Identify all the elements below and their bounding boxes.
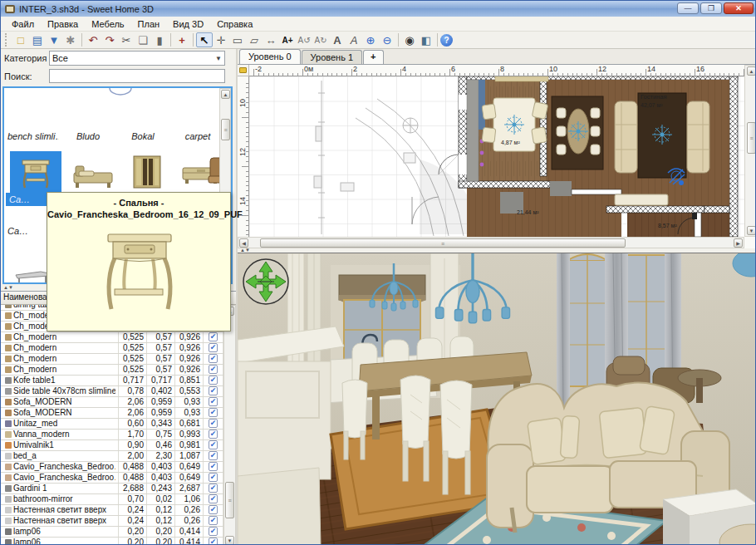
visible-checkbox[interactable]: ✔: [209, 419, 218, 428]
table-row[interactable]: Side table 40x78cm slimline0,780,4020,55…: [1, 386, 223, 397]
table-row[interactable]: bed_a2,002,301,087✔: [1, 451, 223, 462]
scroll-up-arrow[interactable]: ▲: [747, 66, 756, 76]
visible-checkbox[interactable]: ✔: [209, 430, 218, 439]
visible-checkbox[interactable]: ✔: [209, 451, 218, 460]
copy-button[interactable]: ❏: [135, 32, 151, 47]
search-input[interactable]: [49, 69, 225, 83]
scroll-down-arrow[interactable]: ▼: [225, 536, 234, 545]
visible-checkbox[interactable]: ✔: [209, 473, 218, 482]
scroll-left-arrow[interactable]: ◀: [239, 238, 248, 248]
table-row[interactable]: Ch_modern0,5250,570,926✔: [1, 343, 223, 354]
catalog-item-label[interactable]: bench slimli…: [7, 131, 59, 141]
create-rooms-button[interactable]: ▱: [246, 32, 263, 47]
visible-checkbox[interactable]: ✔: [209, 516, 218, 525]
visible-checkbox[interactable]: ✔: [209, 484, 218, 493]
table-row[interactable]: lamp060,200,200,414✔: [1, 527, 223, 538]
visible-checkbox[interactable]: ✔: [209, 505, 218, 514]
zoom-out-button[interactable]: ⊖: [379, 32, 395, 47]
new-home-button[interactable]: □: [12, 32, 29, 47]
bold-button[interactable]: A: [329, 32, 346, 47]
table-row[interactable]: Sofa_MODERN2,060,9590,93✔: [1, 397, 223, 408]
table-row[interactable]: Cavio_Francheska_Bedroo…0,4880,4030,649✔: [1, 462, 223, 473]
table-row[interactable]: Настенная светит вверх0,240,120,26✔: [1, 505, 223, 516]
italic-button[interactable]: A: [346, 32, 362, 47]
scroll-right-arrow[interactable]: ▶: [734, 238, 743, 248]
table-row[interactable]: Vanna_modern1,700,750,993✔: [1, 430, 223, 440]
zoom-in-button[interactable]: ⊕: [362, 32, 379, 47]
open-button[interactable]: ▤: [29, 32, 46, 47]
menu-item-5[interactable]: Справка: [211, 17, 258, 31]
kitchen-counter[interactable]: [467, 80, 479, 181]
save-button[interactable]: ▼: [46, 32, 62, 47]
category-combobox[interactable]: Все ▼: [49, 51, 225, 66]
visible-checkbox[interactable]: ✔: [209, 376, 218, 385]
close-button[interactable]: ✕: [724, 2, 754, 14]
menu-item-0[interactable]: Файл: [6, 17, 40, 31]
table-row[interactable]: Настенная светит вверх0,240,120,26✔: [1, 516, 223, 527]
scroll-down-arrow[interactable]: ▼: [747, 226, 756, 235]
wardrobe-thumb[interactable]: [129, 155, 165, 191]
table-row[interactable]: Gardini 12,6880,2432,687✔: [1, 484, 223, 494]
catalog-item-label-partial[interactable]: Ca…: [7, 226, 28, 236]
table-row[interactable]: lamp060,200,200,414✔: [1, 538, 223, 545]
visible-checkbox[interactable]: ✔: [209, 527, 218, 536]
menu-item-1[interactable]: Правка: [42, 17, 84, 31]
maximize-button[interactable]: ❐: [700, 2, 722, 14]
minimize-button[interactable]: —: [677, 2, 699, 14]
create-dimensions-button[interactable]: ↔: [263, 32, 279, 47]
plan-vscroll-thumb[interactable]: ≡: [747, 122, 756, 154]
scroll-up-arrow[interactable]: ▲: [221, 90, 230, 99]
visible-checkbox[interactable]: ✔: [209, 538, 218, 545]
rotate-text-cw-button[interactable]: A↻: [312, 32, 329, 47]
add-furniture-button[interactable]: +: [174, 32, 190, 47]
preferences-button[interactable]: ✱: [62, 32, 79, 47]
video-button[interactable]: ◧: [418, 32, 434, 47]
catalog-scroll-thumb[interactable]: ≡: [221, 119, 230, 140]
table-row[interactable]: Umivalnik10,900,460,981✔: [1, 440, 223, 451]
plan-vertical-scrollbar[interactable]: ▲ ≡ ▼: [744, 65, 756, 237]
view-3d[interactable]: [238, 253, 756, 545]
plan-canvas[interactable]: 4,87 м² Гостиная 42,07 м² 21,44 м² 8,57 …: [249, 76, 744, 237]
cut-button[interactable]: ✂: [118, 32, 135, 47]
room-hall[interactable]: [467, 188, 621, 237]
toolbar-grip[interactable]: [5, 33, 10, 47]
catalog-item-label[interactable]: Bokal: [117, 131, 169, 141]
bed-thumb[interactable]: [72, 161, 115, 189]
table-row[interactable]: Kofe table10,7170,7170,851✔: [1, 376, 223, 386]
visible-checkbox[interactable]: ✔: [209, 386, 218, 395]
menu-item-3[interactable]: План: [132, 17, 166, 31]
furniture-scroll-thumb[interactable]: ≡: [225, 482, 234, 518]
title-bar[interactable]: INTER_3.sh3d - Sweet Home 3D — ❐ ✕: [1, 1, 756, 17]
visible-checkbox[interactable]: ✔: [209, 343, 218, 352]
table-row[interactable]: bathroom-mirror0,700,021,06✔: [1, 494, 223, 505]
help-button[interactable]: ?: [440, 34, 453, 47]
table-row[interactable]: Unitaz_med0,600,3430,681✔: [1, 419, 223, 430]
catalog-item-label[interactable]: Bludo: [62, 131, 114, 141]
create-walls-button[interactable]: ▭: [229, 32, 246, 47]
panel-splitter[interactable]: [236, 49, 238, 545]
rotate-text-ccw-button[interactable]: A↺: [296, 32, 312, 47]
visible-checkbox[interactable]: ✔: [209, 408, 218, 417]
visible-checkbox[interactable]: ✔: [209, 397, 218, 406]
navigation-compass[interactable]: [243, 259, 288, 304]
plan-hscroll-thumb[interactable]: ≡: [260, 238, 626, 248]
room-small[interactable]: [627, 213, 729, 237]
visible-checkbox[interactable]: ✔: [209, 440, 218, 449]
furniture-list-scrollbar[interactable]: ▲ ≡ ▼: [223, 305, 236, 545]
paste-button[interactable]: ▮: [151, 32, 168, 47]
catalog-item-label-partial[interactable]: Ca…: [9, 194, 30, 204]
visible-checkbox[interactable]: ✔: [209, 354, 218, 363]
visible-checkbox[interactable]: ✔: [209, 365, 218, 374]
visible-checkbox[interactable]: ✔: [209, 462, 218, 471]
splitter-arrows-icon[interactable]: ▲▼: [3, 285, 13, 290]
visible-checkbox[interactable]: ✔: [209, 494, 218, 503]
select-tool-button[interactable]: ↖: [196, 32, 213, 47]
console-table[interactable]: [615, 194, 668, 205]
table-row[interactable]: Ch_modern0,5250,570,926✔: [1, 354, 223, 365]
table-row[interactable]: Sofa_MODERN2,060,9590,93✔: [1, 408, 223, 419]
catalog-item-label[interactable]: carpet: [172, 131, 223, 141]
undo-button[interactable]: ↶: [85, 32, 101, 47]
add-level-button[interactable]: +: [363, 50, 383, 64]
redo-button[interactable]: ↷: [101, 32, 118, 47]
visible-checkbox[interactable]: ✔: [209, 332, 218, 341]
